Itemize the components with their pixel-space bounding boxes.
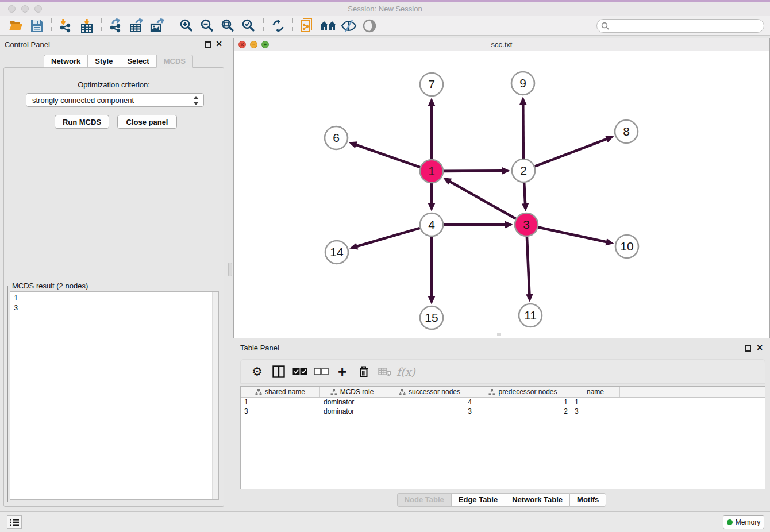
table-cell[interactable]: 2 [475, 407, 571, 416]
export-network-button[interactable] [106, 17, 126, 34]
edge-arrowhead [606, 238, 614, 245]
table-panel-title: Table Panel [240, 344, 279, 352]
tab-style[interactable]: Style [87, 55, 120, 68]
edge-3-10[interactable] [538, 227, 607, 242]
graph-node-label: 10 [620, 240, 633, 253]
column-header-successor-nodes[interactable]: successor nodes [384, 387, 475, 397]
close-panel-icon[interactable]: ✕ [215, 39, 222, 48]
table-cell[interactable]: 1 [571, 398, 620, 407]
mcds-result-text[interactable]: 13 [10, 291, 219, 500]
close-table-panel-icon[interactable]: ✕ [756, 343, 763, 352]
export-table-button[interactable] [126, 17, 147, 34]
network-from-selection-button[interactable] [297, 17, 318, 34]
table-row[interactable]: 3dominator323 [241, 407, 765, 416]
memory-button[interactable]: Memory [723, 515, 764, 529]
export-image-button[interactable] [147, 17, 168, 34]
column-header-mcds-role[interactable]: MCDS role [320, 387, 384, 397]
edge-4-14[interactable] [356, 228, 420, 246]
column-header-predecessor-nodes[interactable]: predecessor nodes [475, 387, 571, 397]
edge-arrowhead [428, 98, 435, 106]
zoom-in-button[interactable] [176, 17, 197, 34]
memory-label: Memory [736, 518, 760, 526]
network-graph[interactable]: 7968124314101511 [234, 51, 769, 337]
table-cell[interactable]: 3 [241, 407, 320, 416]
show-columns-button[interactable] [268, 362, 289, 381]
houses-button[interactable] [318, 17, 338, 34]
edge-arrowhead [505, 221, 513, 228]
delete-column-button[interactable] [353, 362, 374, 381]
edge-arrowhead [502, 167, 510, 174]
unselect-all-columns-button[interactable] [310, 362, 332, 381]
control-panel: Control Panel ✕ Network Style Select MCD… [0, 36, 227, 511]
import-table-button[interactable] [76, 17, 97, 34]
close-panel-button[interactable]: Close panel [117, 115, 177, 129]
zoom-selected-button[interactable] [238, 17, 259, 34]
delete-table-button[interactable] [374, 362, 395, 381]
tab-select[interactable]: Select [120, 55, 156, 68]
graph-node-label: 7 [428, 78, 435, 91]
checked-boxes-icon [292, 368, 307, 375]
canvas-scroll-grip[interactable] [497, 333, 501, 336]
float-table-panel-icon[interactable] [745, 345, 751, 352]
graph-node-label: 14 [330, 245, 344, 259]
table-cell[interactable]: dominator [320, 407, 384, 416]
table-cell[interactable]: 4 [384, 398, 475, 407]
tab-mcds[interactable]: MCDS [156, 55, 193, 68]
table-cell[interactable]: 1 [475, 398, 571, 407]
edge-arrowhead [519, 97, 526, 105]
edge-arrowhead [428, 203, 435, 211]
create-column-button[interactable]: + [332, 362, 353, 381]
search-icon [601, 22, 609, 30]
mcds-result-line: 1 [14, 293, 218, 303]
open-file-button[interactable] [6, 17, 26, 34]
graph-node-label: 9 [519, 76, 526, 90]
table-cell[interactable]: 1 [241, 398, 320, 407]
select-stepper-icon [193, 96, 199, 105]
graph-node-label: 2 [520, 164, 527, 177]
export-image-icon [150, 18, 165, 33]
import-network-button[interactable] [56, 17, 76, 34]
network-view-window: ✕ − + scc.txt 7968124314101511 [233, 38, 770, 338]
table-cell[interactable]: 3 [384, 407, 475, 416]
zoom-fit-icon [221, 18, 236, 33]
edge-2-9[interactable] [523, 103, 523, 159]
show-graphics-button[interactable] [359, 17, 380, 34]
table-settings-button[interactable]: ⚙ [247, 362, 268, 381]
tab-node-table[interactable]: Node Table [397, 493, 451, 507]
criterion-select[interactable]: strongly connected component [26, 93, 204, 107]
edge-2-3[interactable] [524, 183, 525, 205]
panel-splitter[interactable] [227, 36, 233, 511]
float-panel-icon[interactable] [205, 41, 211, 48]
titlebar: Session: New Session [0, 2, 770, 16]
table-cell[interactable]: 3 [571, 407, 620, 416]
result-scrollbar[interactable] [212, 292, 218, 499]
column-header-name[interactable]: name [571, 387, 620, 397]
run-mcds-button[interactable]: Run MCDS [55, 115, 109, 129]
network-window-titlebar[interactable]: ✕ − + scc.txt [234, 38, 769, 51]
select-all-columns-button[interactable] [289, 362, 310, 381]
function-builder-button[interactable]: f(x) [395, 362, 417, 381]
edge-3-11[interactable] [527, 237, 530, 295]
edge-1-6[interactable] [355, 145, 420, 168]
edge-1-2[interactable] [444, 171, 503, 171]
save-session-button[interactable] [26, 17, 47, 34]
tab-network[interactable]: Network [44, 55, 87, 68]
table-cell[interactable]: dominator [320, 398, 384, 407]
zoom-fit-button[interactable] [218, 17, 238, 34]
table-row[interactable]: 1dominator411 [241, 398, 765, 407]
network-canvas[interactable]: 7968124314101511 [234, 51, 769, 337]
search-input[interactable] [596, 19, 764, 33]
edge-2-8[interactable] [535, 138, 608, 166]
splitter-grip[interactable] [228, 263, 232, 276]
hide-graphics-button[interactable] [338, 17, 359, 34]
column-header-shared-name[interactable]: shared name [241, 387, 320, 397]
tab-network-table[interactable]: Network Table [505, 493, 569, 507]
refresh-layout-button[interactable] [268, 17, 288, 34]
export-network-icon [109, 18, 124, 33]
task-history-button[interactable] [7, 515, 22, 529]
table-tabs: Node Table Edge Table Network Table Moti… [233, 493, 770, 507]
edge-3-1[interactable] [449, 181, 515, 219]
tab-edge-table[interactable]: Edge Table [451, 493, 505, 507]
zoom-out-button[interactable] [197, 17, 218, 34]
tab-motifs[interactable]: Motifs [569, 493, 606, 507]
